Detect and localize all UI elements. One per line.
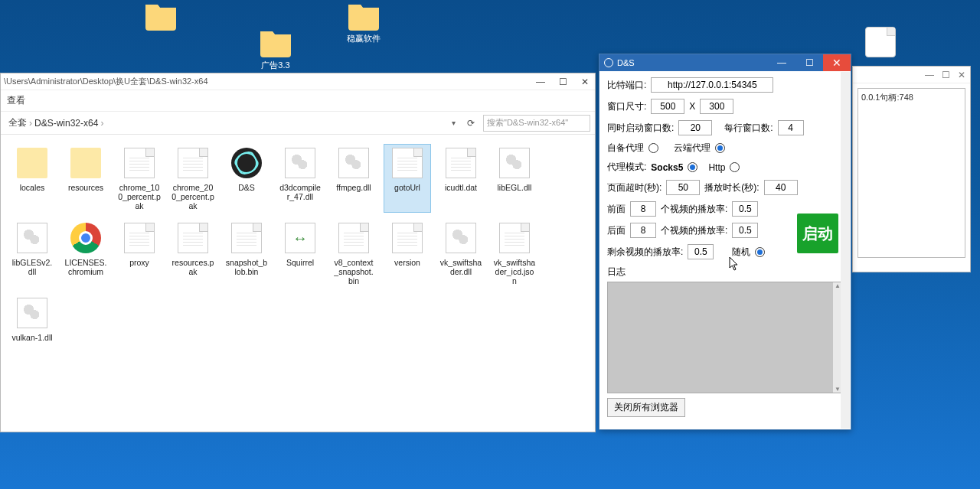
front-label: 前面 (607, 203, 626, 216)
file-item[interactable]: chrome_100_percent.pak (116, 144, 163, 213)
file-item[interactable]: d3dcompiler_47.dll (276, 144, 324, 213)
file-icon (392, 223, 423, 253)
crumb-all[interactable]: 全套 (8, 116, 27, 129)
file-icon (178, 148, 208, 178)
file-item[interactable]: snapshot_blob.bin (223, 219, 270, 288)
front-n-input[interactable] (630, 201, 656, 217)
concurrent-input[interactable] (678, 120, 712, 135)
page-timeout-label: 页面超时(秒): (607, 181, 662, 194)
maximize-icon[interactable]: ☐ (795, 54, 823, 71)
file-item[interactable]: resources.pak (169, 219, 217, 288)
dll-icon (338, 148, 369, 178)
file-grid: localesresourceschrome_100_percent.pakch… (1, 135, 595, 354)
file-item[interactable]: vk_swiftshader.dll (437, 219, 485, 288)
atom-icon (231, 148, 262, 178)
perrow-input[interactable] (778, 120, 804, 135)
ds-titlebar[interactable]: D&S — ☐ ✕ (599, 54, 851, 71)
dll-icon (446, 223, 476, 253)
back-rate-input[interactable] (732, 223, 758, 238)
file-item[interactable]: Squirrel (276, 219, 324, 288)
file-icon (392, 148, 423, 178)
file-item[interactable]: icudtl.dat (437, 144, 485, 213)
file-item[interactable]: proxy (116, 219, 163, 288)
close-icon[interactable]: ✕ (958, 70, 965, 80)
scrollbar[interactable] (841, 72, 850, 429)
maximize-icon[interactable]: ☐ (556, 77, 570, 87)
address-bar[interactable]: 全套 › D&S-win32-x64 › ▾ (5, 116, 459, 129)
desktop-icon[interactable]: 广告3.3 (249, 27, 302, 71)
file-label: snapshot_blob.bin (225, 258, 268, 276)
file-label: gotoUrl (386, 183, 429, 192)
folder-icon (70, 148, 101, 178)
chevron-down-icon[interactable]: ▾ (452, 119, 456, 127)
desktop-icon[interactable] (854, 27, 907, 60)
file-label: vk_swiftshader_icd.json (493, 258, 536, 285)
dll-icon (285, 148, 315, 178)
ds-title-text: D&S (617, 58, 635, 67)
search-input[interactable]: 搜索"D&S-win32-x64" (483, 115, 590, 132)
start-button[interactable]: 启动 (797, 214, 838, 253)
minimize-icon[interactable]: — (533, 77, 548, 87)
refresh-icon[interactable]: ⟳ (463, 118, 479, 129)
desktop-icon[interactable] (134, 0, 188, 33)
crumb-dir[interactable]: D&S-win32-x64 (34, 118, 98, 129)
explorer-menu[interactable]: 查看 (1, 90, 595, 112)
close-icon[interactable]: ✕ (823, 54, 851, 71)
file-label: resources (64, 183, 107, 192)
file-item[interactable]: chrome_200_percent.pak (169, 144, 217, 213)
file-label: v8_context_snapshot.bin (332, 258, 375, 285)
file-label: Squirrel (279, 258, 322, 267)
remain-rate-input[interactable] (688, 244, 714, 259)
explorer-title-path: \Users\Administrator\Desktop\换U全套\D&S-wi… (4, 76, 208, 87)
self-proxy-radio[interactable] (648, 143, 658, 153)
file-item[interactable]: libGLESv2.dll (8, 219, 56, 288)
dll-icon (499, 148, 530, 178)
file-item[interactable]: resources (62, 144, 109, 213)
dll-icon (17, 298, 47, 328)
file-item[interactable]: v8_context_snapshot.bin (330, 219, 377, 288)
remain-rate-label: 剩余视频的播放率: (607, 246, 683, 259)
page-timeout-input[interactable] (666, 180, 700, 195)
file-item[interactable]: vulkan-1.dll (8, 294, 56, 344)
http-radio[interactable] (730, 162, 740, 172)
cloud-proxy-radio[interactable] (715, 143, 725, 153)
file-icon (499, 223, 530, 253)
socks5-radio[interactable] (688, 162, 697, 172)
file-item[interactable]: version (384, 219, 431, 288)
file-item[interactable]: D&S (223, 144, 270, 213)
menu-view[interactable]: 查看 (7, 94, 25, 107)
log-label: 日志 (607, 266, 843, 279)
log-box[interactable] (607, 282, 843, 393)
cursor-icon (729, 256, 740, 272)
folder-icon (17, 148, 47, 178)
port-input[interactable] (651, 77, 773, 93)
file-item[interactable]: ffmpeg.dll (330, 144, 377, 213)
file-item[interactable]: LICENSES.chromium (62, 219, 109, 288)
width-input[interactable] (651, 99, 684, 114)
minimize-icon[interactable]: — (925, 70, 934, 80)
file-icon (338, 223, 369, 253)
front-rate-input[interactable] (732, 201, 758, 217)
cloud-proxy-label: 云端代理 (674, 142, 710, 155)
file-label: vulkan-1.dll (11, 333, 54, 342)
file-item[interactable]: vk_swiftshader_icd.json (491, 219, 538, 288)
minimize-icon[interactable]: — (768, 54, 795, 71)
file-item[interactable]: gotoUrl (384, 144, 431, 213)
file-label: ffmpeg.dll (332, 183, 375, 192)
file-icon (446, 148, 476, 178)
file-label: resources.pak (172, 258, 214, 276)
back-n-input[interactable] (630, 223, 656, 238)
desktop-icon[interactable]: 稳赢软件 (337, 0, 390, 44)
close-icon[interactable]: ✕ (578, 77, 592, 87)
file-item[interactable]: locales (8, 144, 56, 213)
random-radio[interactable] (755, 247, 765, 257)
file-item[interactable]: libEGL.dll (491, 144, 538, 213)
x-label: X (689, 101, 695, 112)
explorer-titlebar[interactable]: \Users\Administrator\Desktop\换U全套\D&S-wi… (1, 73, 595, 90)
play-duration-input[interactable] (764, 180, 798, 195)
http-label: Http (708, 162, 725, 173)
height-input[interactable] (700, 99, 733, 114)
maximize-icon[interactable]: ☐ (942, 70, 950, 80)
close-all-browsers-button[interactable]: 关闭所有浏览器 (607, 398, 685, 417)
chevron-right-icon: › (100, 118, 103, 129)
